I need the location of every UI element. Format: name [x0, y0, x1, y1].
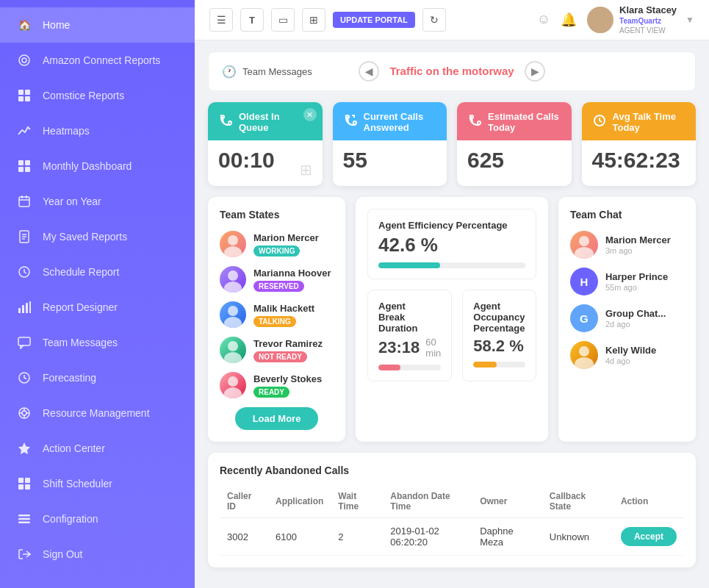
sidebar-item-label: Forecasting — [43, 372, 96, 384]
sidebar-item-schedule-report[interactable]: Schedule Report — [0, 254, 195, 290]
svg-rect-4 — [18, 96, 24, 101]
table-header: Caller ID Application Wait Time Abandon … — [220, 485, 684, 518]
chat-time: 3m ago — [605, 246, 671, 255]
occupancy-value: 58.2 % — [473, 337, 525, 356]
agent-name: Trevor Ramirez — [253, 338, 334, 349]
svg-point-47 — [224, 317, 242, 328]
traffic-message: Traffic on the motorway — [389, 65, 514, 77]
resource-icon — [16, 405, 32, 421]
cell-wait-time: 2 — [331, 518, 383, 556]
schedule-icon — [16, 264, 32, 280]
abandoned-calls-table: Caller ID Application Wait Time Abandon … — [220, 485, 684, 556]
occupancy-progress-bar — [473, 362, 525, 368]
middle-section: Team States Marion Mercer WORKING — [208, 197, 696, 442]
break-progress-fill — [378, 365, 400, 370]
svg-rect-3 — [25, 90, 30, 95]
next-message-button[interactable]: ▶ — [525, 61, 545, 82]
sidebar-item-label: Configration — [43, 513, 98, 525]
minimize-button[interactable]: ▭ — [271, 8, 295, 32]
sidebar-item-label: Action Center — [43, 442, 105, 454]
sidebar-item-amazon-connect[interactable]: Amazon Connect Reports — [0, 43, 195, 78]
stat-cards: Oldest In Queue ✕ 00:10 ⊞ Current Calls … — [208, 102, 696, 186]
cell-application: 6100 — [268, 518, 331, 556]
sidebar-item-report-designer[interactable]: Report Designer — [0, 290, 195, 325]
sidebar-item-label: Home — [43, 19, 70, 31]
expand-button[interactable]: ⊞ — [302, 8, 325, 32]
chat-name: Marion Mercer — [605, 234, 671, 245]
agent-info: Marion Mercer WORKING — [253, 232, 334, 257]
sidebar-item-comstice-reports[interactable]: Comstice Reports — [0, 78, 195, 113]
sidebar-item-action-center[interactable]: Action Center — [0, 431, 195, 466]
refresh-button[interactable]: ↻ — [422, 8, 446, 32]
svg-point-51 — [224, 387, 242, 398]
sidebar-item-label: Comstice Reports — [43, 90, 124, 101]
emoji-icon[interactable]: ☺ — [537, 12, 550, 27]
load-more-button[interactable]: Load More — [235, 407, 319, 430]
efficiency-value: 42.6 % — [378, 234, 525, 257]
sidebar-item-year-on-year[interactable]: Year on Year — [0, 184, 195, 219]
agent-name: Marianna Hoover — [253, 268, 334, 279]
sidebar-item-heatmaps[interactable]: Heatmaps — [0, 113, 195, 148]
update-portal-button[interactable]: UPDATE PORTAL — [333, 12, 415, 28]
col-callback-state: Callback State — [542, 485, 613, 518]
efficiency-section: Agent Efficiency Percentage 42.6 % — [367, 209, 536, 279]
svg-point-44 — [228, 270, 238, 281]
accept-button[interactable]: Accept — [621, 527, 677, 546]
sidebar-item-sign-out[interactable]: Sign Out — [0, 537, 195, 572]
sidebar-item-shift-scheduler[interactable]: Shift Scheduler — [0, 466, 195, 501]
chat-item[interactable]: Kelly Wilde 4d ago — [570, 341, 684, 369]
topbar-left: ☰ T ▭ ⊞ UPDATE PORTAL ↻ — [209, 8, 530, 32]
chat-avatar — [570, 231, 598, 259]
chat-list: Marion Mercer 3m ago H Harper Prince 55m… — [570, 231, 684, 369]
user-name: Klara Stacey — [619, 4, 677, 17]
agent-row: Malik Hackett TALKING — [220, 301, 334, 328]
svg-point-0 — [19, 55, 29, 65]
text-size-button[interactable]: T — [240, 8, 264, 32]
chat-time: 55m ago — [605, 283, 668, 292]
svg-point-55 — [575, 357, 594, 369]
agent-avatar — [220, 301, 246, 328]
sidebar-item-configuration[interactable]: Configration — [0, 501, 195, 537]
chat-avatar — [570, 341, 598, 369]
team-messages-center: ◀ Traffic on the motorway ▶ — [337, 61, 567, 82]
chat-item[interactable]: H Harper Prince 55m ago — [570, 268, 684, 295]
team-chat-panel: Team Chat Marion Mercer 3m ago H — [558, 197, 696, 442]
menu-button[interactable]: ☰ — [209, 8, 233, 32]
col-action: Action — [613, 485, 684, 518]
prev-message-button[interactable]: ◀ — [359, 61, 379, 82]
sidebar-item-my-saved-reports[interactable]: My Saved Reports — [0, 219, 195, 254]
saved-reports-icon — [16, 229, 32, 245]
chat-item[interactable]: Marion Mercer 3m ago — [570, 231, 684, 259]
sidebar-item-resource-management[interactable]: Resource Management — [0, 395, 195, 431]
svg-rect-35 — [18, 514, 30, 517]
bell-icon[interactable]: 🔔 — [561, 12, 577, 28]
svg-point-54 — [579, 346, 589, 356]
sidebar-item-monthly-dashboard[interactable]: Monthly Dashboard — [0, 148, 195, 184]
abandoned-calls-title: Recently Abandoned Calls — [220, 465, 684, 476]
agent-row: Beverly Stokes READY — [220, 372, 334, 398]
occupancy-section: Agent Occupancy Percentage 58.2 % — [462, 290, 536, 381]
close-card-button[interactable]: ✕ — [303, 108, 317, 121]
sidebar-item-team-messages[interactable]: Team Messages — [0, 325, 195, 360]
break-duration-unit: 60 min — [425, 337, 441, 359]
svg-point-52 — [579, 236, 589, 246]
chat-time: 4d ago — [605, 356, 656, 365]
stat-card-oldest-in-queue: Oldest In Queue ✕ 00:10 ⊞ — [208, 102, 323, 186]
user-info[interactable]: Klara Stacey TeamQuartz AGENT VIEW ▼ — [587, 4, 694, 36]
content-area: 🕐 Team Messages ◀ Traffic on the motorwa… — [195, 40, 709, 588]
chat-item[interactable]: G Group Chat... 2d ago — [570, 304, 684, 332]
svg-point-1 — [22, 58, 26, 62]
occupancy-label: Agent Occupancy Percentage — [473, 301, 525, 334]
svg-point-42 — [228, 235, 238, 245]
status-badge: READY — [253, 387, 289, 398]
stat-card-title: Current Calls Answered — [364, 111, 437, 133]
sidebar-item-home[interactable]: 🏠 Home — [0, 7, 195, 43]
home-icon: 🏠 — [16, 17, 32, 33]
occupancy-progress-fill — [473, 362, 497, 368]
cell-abandon-dt: 2019-01-02 06:20:20 — [383, 518, 472, 556]
svg-point-40 — [591, 21, 610, 33]
stat-card-avg-talk-time: Avg Talk Time Today 45:62:23 — [582, 102, 697, 186]
dashboard-icon — [16, 158, 32, 174]
sidebar-item-forecasting[interactable]: Forecasting — [0, 360, 195, 395]
sidebar-item-label: Heatmaps — [43, 125, 90, 137]
